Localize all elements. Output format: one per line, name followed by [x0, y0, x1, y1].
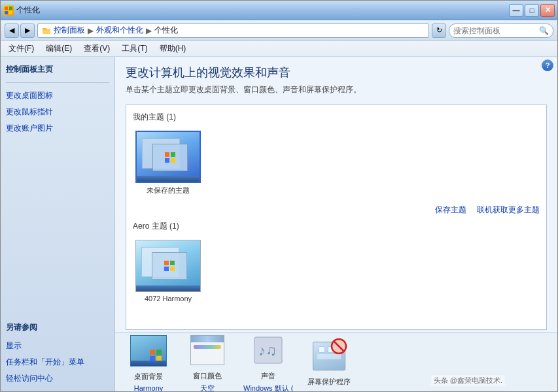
sidebar-link-desktop-icons[interactable]: 更改桌面图标: [6, 90, 109, 102]
toolbar-item-window-color[interactable]: 窗口颜色 天空: [184, 332, 230, 392]
titlebar-left: 个性化: [3, 5, 40, 16]
svg-rect-7: [171, 152, 175, 157]
svg-rect-10: [164, 261, 169, 265]
theme-preview-unsaved: [135, 131, 201, 183]
window-icon: [3, 5, 14, 16]
desktop-bg-icon: [130, 333, 167, 369]
windows-logo-icon: [164, 152, 176, 163]
sound-icon: ♪♫: [250, 332, 287, 368]
close-button[interactable]: ✕: [540, 4, 555, 17]
theme-item-harmony[interactable]: 4072 Harmony: [133, 237, 203, 305]
breadcrumb-item-2[interactable]: 外观和个性化: [96, 25, 143, 36]
svg-rect-12: [164, 267, 169, 271]
my-themes-label: 我的主题 (1): [133, 112, 540, 123]
toolbar-sublabel-desktop-bg: Harmony: [134, 384, 164, 391]
screensaver-icon: [311, 338, 347, 374]
sidebar-home-link[interactable]: 控制面板主页: [6, 63, 109, 76]
search-input[interactable]: [453, 26, 536, 35]
breadcrumb-sep-1: ▶: [88, 26, 94, 35]
back-button[interactable]: ◀: [5, 24, 19, 38]
search-bar: 🔍: [449, 24, 553, 38]
nav-arrows: ◀ ▶: [5, 24, 35, 38]
toolbar-label-sound: 声音: [261, 371, 275, 381]
navbar: ◀ ▶ 控制面板 ▶ 外观和个性化 ▶ 个性化 ↻ 🔍: [1, 20, 557, 41]
menu-help[interactable]: 帮助(H): [154, 42, 192, 56]
toolbar-item-sound[interactable]: ♪♫ 声音 Windows 默认 (: [243, 332, 293, 392]
menu-tools[interactable]: 工具(T): [116, 42, 152, 56]
titlebar: 个性化 — □ ✕: [1, 1, 557, 20]
help-button[interactable]: ?: [542, 59, 553, 71]
sidebar-link-mouse[interactable]: 更改鼠标指针: [6, 106, 109, 118]
svg-rect-0: [5, 7, 8, 10]
sidebar-also-title: 另请参阅: [6, 322, 109, 333]
save-theme-link[interactable]: 保存主题: [435, 204, 466, 216]
breadcrumb: 控制面板 ▶ 外观和个性化 ▶ 个性化: [37, 24, 429, 38]
sidebar-also-accessibility[interactable]: 轻松访问中心: [6, 372, 109, 385]
titlebar-buttons: — □ ✕: [509, 4, 555, 17]
maximize-button[interactable]: □: [525, 4, 539, 17]
sidebar-also-taskbar[interactable]: 任务栏和「开始」菜单: [6, 356, 109, 368]
svg-rect-2: [5, 11, 8, 14]
prohibition-icon: [330, 338, 347, 355]
menu-view[interactable]: 查看(V): [78, 42, 115, 56]
toolbar-label-window-color: 窗口颜色: [193, 371, 222, 381]
toolbar-item-desktop-bg[interactable]: 桌面背景 Harmony: [126, 333, 171, 391]
breadcrumb-sep-2: ▶: [146, 26, 152, 35]
aero-themes-grid: 4072 Harmony: [133, 237, 540, 305]
sound-svg-icon: ♪♫: [253, 336, 283, 365]
svg-rect-8: [165, 158, 169, 163]
svg-rect-3: [9, 11, 12, 14]
theme-item-unsaved[interactable]: 未保存的主题: [133, 128, 203, 198]
my-themes-grid: 未保存的主题: [133, 128, 540, 198]
sidebar: 控制面板主页 更改桌面图标 更改鼠标指针 更改账户图片 另请参阅 显示 任务栏和…: [1, 57, 115, 391]
windows-logo-harmony-icon: [164, 260, 175, 272]
toolbar-sublabel-window-color: 天空: [200, 384, 215, 392]
sidebar-divider-1: [6, 82, 109, 83]
content-area: ? 更改计算机上的视觉效果和声音 单击某个主题立即更改桌面背景、窗口颜色、声音和…: [115, 57, 557, 391]
watermark: 头条 @鑫荣电脑技术.: [431, 375, 505, 386]
svg-rect-1: [9, 7, 12, 10]
svg-rect-6: [165, 152, 169, 157]
svg-rect-5: [43, 28, 46, 30]
themes-scroll-area[interactable]: 我的主题 (1): [126, 105, 547, 330]
sidebar-also-display[interactable]: 显示: [6, 340, 109, 352]
svg-text:♪♫: ♪♫: [258, 342, 277, 359]
content-header: 更改计算机上的视觉效果和声音 单击某个主题立即更改桌面背景、窗口颜色、声音和屏幕…: [115, 57, 557, 99]
get-more-themes-link[interactable]: 联机获取更多主题: [477, 204, 540, 216]
svg-rect-11: [170, 261, 175, 265]
main-area: 控制面板主页 更改桌面图标 更改鼠标指针 更改账户图片 另请参阅 显示 任务栏和…: [1, 57, 557, 391]
svg-rect-13: [170, 267, 175, 271]
sidebar-link-account[interactable]: 更改账户图片: [6, 122, 109, 135]
page-title: 更改计算机上的视觉效果和声音: [126, 65, 547, 80]
folder-icon: [42, 26, 51, 35]
svg-rect-15: [156, 350, 162, 355]
menu-file[interactable]: 文件(F): [3, 42, 39, 56]
svg-rect-14: [150, 350, 155, 355]
aero-themes-label: Aero 主题 (1): [133, 221, 540, 232]
window-color-icon: [189, 332, 226, 368]
breadcrumb-item-1[interactable]: 控制面板: [54, 25, 85, 36]
toolbar-label-screensaver: 屏幕保护程序: [307, 377, 351, 387]
toolbar-item-screensaver[interactable]: 屏幕保护程序: [306, 338, 352, 387]
page-subtitle: 单击某个主题立即更改桌面背景、窗口颜色、声音和屏幕保护程序。: [126, 84, 547, 95]
toolbar-label-desktop-bg: 桌面背景: [134, 372, 163, 382]
theme-name-unsaved: 未保存的主题: [147, 186, 190, 195]
window-title: 个性化: [16, 5, 40, 16]
theme-name-harmony: 4072 Harmony: [145, 295, 192, 302]
breadcrumb-item-3: 个性化: [154, 25, 178, 36]
menubar: 文件(F) 编辑(E) 查看(V) 工具(T) 帮助(H): [1, 41, 557, 57]
refresh-button[interactable]: ↻: [432, 24, 446, 38]
menu-edit[interactable]: 编辑(E): [41, 42, 77, 56]
theme-actions: 保存主题 联机获取更多主题: [133, 204, 540, 216]
svg-rect-9: [171, 158, 175, 163]
minimize-button[interactable]: —: [509, 4, 523, 17]
main-window: 个性化 — □ ✕ ◀ ▶ 控制面板 ▶ 外观和个性化 ▶ 个性化 ↻ 🔍: [0, 0, 558, 392]
toolbar-sublabel-sound: Windows 默认 (: [243, 384, 293, 392]
forward-button[interactable]: ▶: [20, 24, 35, 38]
theme-preview-harmony: [135, 240, 201, 292]
search-icon: 🔍: [539, 26, 549, 35]
windows-logo-desktop-icon: [149, 349, 162, 362]
